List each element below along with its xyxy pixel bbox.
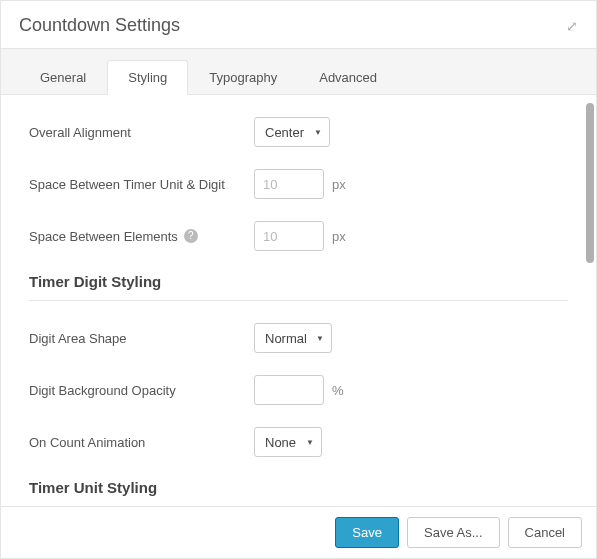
modal-title: Countdown Settings [19,15,180,36]
settings-modal: Countdown Settings ⤢ General Styling Typ… [0,0,597,559]
tab-styling[interactable]: Styling [107,60,188,95]
row-space-unit-digit: Space Between Timer Unit & Digit px [29,169,568,199]
unit-space-elements: px [332,229,346,244]
help-icon[interactable]: ? [184,229,198,243]
label-digit-bg-opacity: Digit Background Opacity [29,383,254,398]
row-space-elements: Space Between Elements ? px [29,221,568,251]
tab-advanced[interactable]: Advanced [298,60,398,95]
section-digit-styling: Timer Digit Styling [29,273,568,300]
cancel-button[interactable]: Cancel [508,517,582,548]
input-space-unit-digit[interactable] [254,169,324,199]
expand-icon[interactable]: ⤢ [566,18,578,34]
row-digit-area-shape: Digit Area Shape Normal [29,323,568,353]
save-as-button[interactable]: Save As... [407,517,500,548]
label-digit-area-shape: Digit Area Shape [29,331,254,346]
label-space-elements: Space Between Elements ? [29,229,254,244]
modal-footer: Save Save As... Cancel [1,506,596,558]
section-unit-styling: Timer Unit Styling [29,479,568,506]
tab-typography[interactable]: Typography [188,60,298,95]
row-overall-alignment: Overall Alignment Center [29,117,568,147]
select-count-animation[interactable]: None [254,427,322,457]
label-overall-alignment: Overall Alignment [29,125,254,140]
tab-bar: General Styling Typography Advanced [1,48,596,95]
row-count-animation: On Count Animation None [29,427,568,457]
settings-content: Overall Alignment Center Space Between T… [1,95,596,506]
unit-space-unit-digit: px [332,177,346,192]
input-digit-bg-opacity[interactable] [254,375,324,405]
label-space-unit-digit: Space Between Timer Unit & Digit [29,177,254,192]
row-digit-bg-opacity: Digit Background Opacity % [29,375,568,405]
tab-general[interactable]: General [19,60,107,95]
scrollbar-thumb[interactable] [586,103,594,263]
label-space-elements-text: Space Between Elements [29,229,178,244]
select-digit-area-shape[interactable]: Normal [254,323,332,353]
content-scroll-area: Overall Alignment Center Space Between T… [1,95,596,506]
select-overall-alignment[interactable]: Center [254,117,330,147]
label-count-animation: On Count Animation [29,435,254,450]
save-button[interactable]: Save [335,517,399,548]
input-space-elements[interactable] [254,221,324,251]
divider-digit-styling [29,300,568,301]
modal-header: Countdown Settings ⤢ [1,1,596,48]
unit-digit-bg-opacity: % [332,383,344,398]
